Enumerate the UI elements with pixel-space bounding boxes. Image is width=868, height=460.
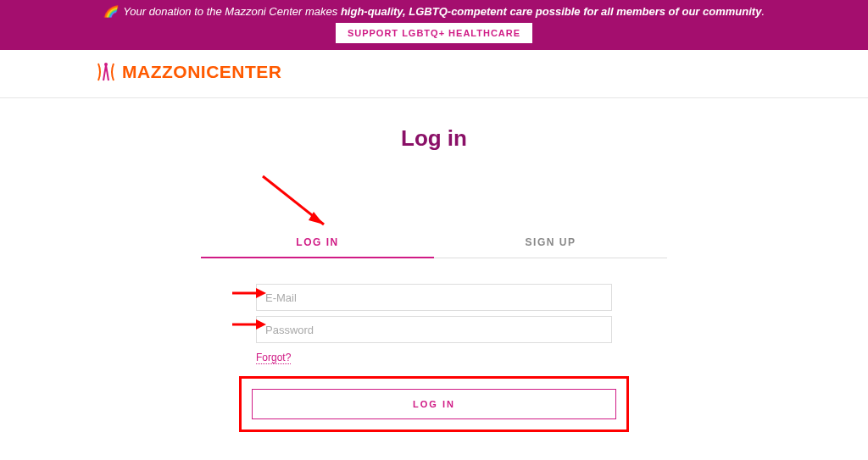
annotation-highlight-box: LOG IN xyxy=(239,376,629,432)
password-field[interactable] xyxy=(256,316,612,343)
site-header: MAZZONI CENTER xyxy=(0,50,868,98)
tab-login[interactable]: LOG IN xyxy=(201,236,434,258)
svg-point-0 xyxy=(104,63,108,66)
login-form: Forgot? LOG IN xyxy=(256,284,612,432)
support-healthcare-button[interactable]: SUPPORT LGBTQ+ HEALTHCARE xyxy=(336,23,532,43)
tab-signup[interactable]: SIGN UP xyxy=(434,236,667,258)
logo-icon xyxy=(95,62,117,82)
login-button[interactable]: LOG IN xyxy=(252,389,616,419)
donation-banner: 🌈 Your donation to the Mazzoni Center ma… xyxy=(0,0,868,50)
page-title: Log in xyxy=(0,125,868,152)
logo-link[interactable]: MAZZONI CENTER xyxy=(95,62,282,82)
email-field[interactable] xyxy=(256,284,612,311)
forgot-password-link[interactable]: Forgot? xyxy=(256,352,291,364)
rainbow-icon: 🌈 xyxy=(103,5,117,18)
banner-text: 🌈 Your donation to the Mazzoni Center ma… xyxy=(0,5,868,18)
main-content: Log in LOG IN SIGN UP Forgot? LOG IN xyxy=(0,125,868,432)
auth-tabs: LOG IN SIGN UP xyxy=(201,236,667,258)
logo-word-1: MAZZONI xyxy=(122,62,206,82)
logo-word-2: CENTER xyxy=(206,62,281,82)
